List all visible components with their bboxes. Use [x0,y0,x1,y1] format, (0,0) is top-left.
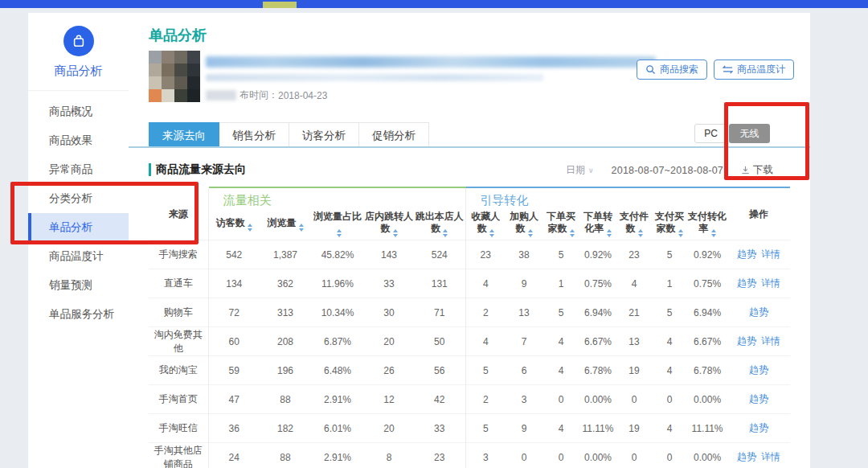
mosaic-cell [149,64,162,76]
value-cell: 4 [465,269,506,298]
detail-link[interactable]: 详情 [761,277,780,289]
sidebar-item-5[interactable]: 单品分析 [28,213,129,242]
value-cell: 3 [506,385,542,414]
trend-link[interactable]: 趋势 [749,364,768,376]
sort-icon[interactable] [393,229,398,237]
column-header-action: 操作 [727,187,790,240]
column-label: 访客数 [216,217,245,228]
value-cell: 5 [652,298,687,327]
section-title: 商品流量来源去向 [156,162,246,177]
tab-4[interactable]: 促销分析 [359,122,429,147]
value-cell: 0 [542,385,579,414]
download-button[interactable]: 下载 [741,163,773,177]
value-cell: 2 [465,298,506,327]
value-cell: 88 [260,385,311,414]
sort-icon[interactable] [443,229,448,237]
sort-icon[interactable] [638,229,643,237]
product-title-blur [206,56,656,68]
column-header-7: 加购人数 [506,208,542,240]
value-cell: 13 [506,298,542,327]
value-cell: 24 [208,443,260,468]
value-cell: 11.11% [687,414,727,443]
value-cell: 6.94% [687,298,727,327]
sidebar-item-2[interactable]: 商品效果 [28,126,129,155]
mosaic-cell [149,51,162,64]
value-cell: 524 [414,240,465,269]
column-header-source: 来源 [149,187,208,240]
detail-link[interactable]: 详情 [761,451,780,462]
section-header: 商品流量来源去向 日期 ∨ 2018-08-07~2018-08-07 下载 [129,158,810,185]
value-cell: 20 [364,327,414,356]
search-icon [645,64,656,75]
sort-icon[interactable] [678,229,683,237]
sort-icon[interactable] [299,224,304,232]
sidebar-item-7[interactable]: 销量预测 [28,271,129,300]
value-cell: 0 [506,443,542,468]
sidebar-item-1[interactable]: 商品概况 [28,97,129,126]
group-header-1: 流量相关 [208,187,465,208]
swap-arrows-icon [723,65,733,74]
value-cell: 36 [208,414,260,443]
sidebar-item-6[interactable]: 商品温度计 [28,242,129,271]
mosaic-cell [162,89,174,102]
value-cell: 4 [652,414,687,443]
mosaic-cell [174,51,187,64]
value-cell: 0 [616,385,652,414]
value-cell: 5 [542,298,579,327]
value-cell: 143 [364,240,414,269]
trend-link[interactable]: 趋势 [737,277,756,289]
release-time-prefix: 布时间： [240,88,278,102]
mosaic-cell [174,89,187,102]
sort-icon[interactable] [528,229,533,237]
tab-underline [129,146,810,148]
value-cell: 30 [364,298,414,327]
value-cell: 50 [414,327,465,356]
sort-icon[interactable] [607,229,612,237]
value-cell: 6.67% [687,327,727,356]
trend-link[interactable]: 趋势 [737,335,756,347]
value-cell: 134 [208,269,260,298]
product-image-censored [149,51,200,102]
page-title: 单品分析 [149,26,207,45]
value-cell: 6.94% [579,298,616,327]
toggle-wireless[interactable]: 无线 [729,124,770,143]
column-header-10: 支付件数 [616,208,652,240]
sidebar-item-8[interactable]: 单品服务分析 [28,300,129,329]
value-cell: 4 [652,327,687,356]
trend-link[interactable]: 趋势 [737,451,756,462]
column-header-12: 支付转化率 [687,208,727,240]
product-thermometer-button[interactable]: 商品温度计 [714,60,794,80]
column-header-4: 店内跳转人数 [364,208,414,240]
trend-link[interactable]: 趋势 [749,393,768,404]
value-cell: 1 [542,269,579,298]
sort-icon[interactable] [711,229,716,237]
download-label: 下载 [753,163,773,177]
sidebar-item-3[interactable]: 异常商品 [28,155,129,184]
trend-link[interactable]: 趋势 [749,306,768,318]
mosaic-cell [187,76,200,89]
date-dropdown-label: 日期 [566,163,585,177]
download-icon [741,166,750,174]
trend-link[interactable]: 趋势 [749,422,768,433]
sort-icon[interactable] [489,229,494,237]
trend-link[interactable]: 趋势 [737,248,756,260]
mosaic-cell [187,51,200,64]
tab-3[interactable]: 访客分析 [289,122,359,147]
detail-link[interactable]: 详情 [761,335,780,347]
action-cell: 趋势详情 [727,327,790,356]
value-cell: 0 [652,385,687,414]
value-cell: 0.92% [687,240,727,269]
toggle-pc[interactable]: PC [694,124,727,143]
sort-icon[interactable] [337,229,342,237]
sort-icon[interactable] [570,229,575,237]
product-search-button[interactable]: 商品搜索 [637,60,707,80]
detail-link[interactable]: 详情 [761,248,780,260]
tab-1[interactable]: 来源去向 [149,122,219,147]
tab-2[interactable]: 销售分析 [219,122,289,147]
date-dropdown[interactable]: 日期 ∨ [566,163,594,177]
sidebar-item-4[interactable]: 分类分析 [28,184,129,213]
sort-icon[interactable] [248,224,252,232]
value-cell: 6.87% [311,327,364,356]
mosaic-cell [149,76,162,89]
value-cell: 0 [652,443,687,468]
